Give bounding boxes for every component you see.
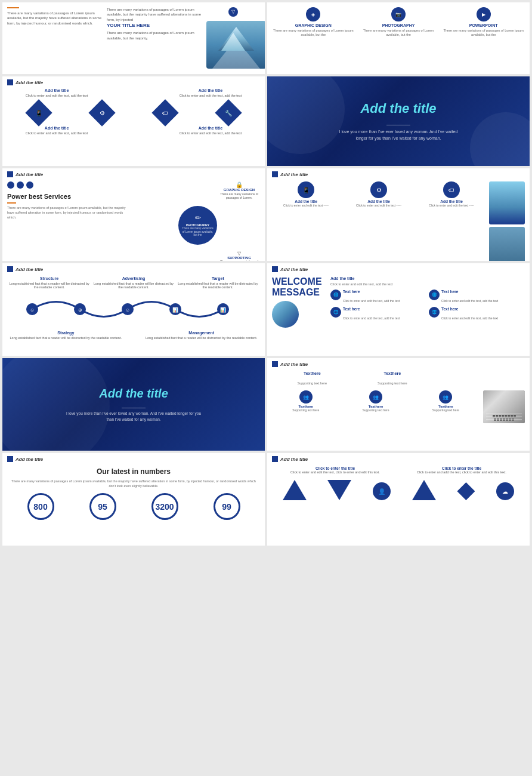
shape-4	[412, 480, 436, 502]
slide7-bot-col-2: Management Long established fact that a …	[146, 331, 257, 340]
number-circle-2: 95	[89, 493, 116, 520]
slide1-text3: There are many variations of passages of…	[107, 30, 202, 41]
slide3-top-item-2: Add the title Click to enter and edit th…	[180, 88, 242, 97]
shape-6: ☁	[496, 482, 514, 502]
slide6-icon-1: 📱 Add the title Click to enter and edit …	[272, 181, 340, 208]
svg-text:📊: 📊	[220, 307, 226, 313]
slide7-col-2: Advertising Long established fact that a…	[91, 276, 175, 289]
building-photo-1	[489, 181, 525, 224]
shape-2	[327, 480, 351, 502]
slide1-text2: There are many variations of passages of…	[107, 7, 202, 22]
slide6-icon-row: 📱 Add the title Click to enter and edit …	[272, 181, 485, 208]
graphic-design-icon: ◈	[306, 7, 320, 21]
slide-4-blue-hero: Add the title I love you more than I've …	[267, 76, 530, 166]
slide1-your-title: YOUR TITLE HERE	[107, 22, 202, 29]
slide-11-numbers: Add the title Our latest in numbers Ther…	[2, 453, 265, 546]
dot-2	[17, 181, 24, 189]
triangle-up-2	[412, 480, 436, 500]
diamond-shape	[457, 482, 475, 500]
circle-icon-shape: 👤	[373, 482, 391, 500]
slide9-hero-title: Add the title	[99, 387, 168, 401]
svg-text:☺: ☺	[125, 307, 130, 313]
slide-3-diamonds: Add the title Add the title Click to ent…	[2, 76, 265, 166]
slide8-grid-item-1: 🌐 Text here Click to enter and edit the …	[330, 290, 426, 304]
slide-1-lorem: There are many variations of passages of…	[2, 2, 265, 74]
svg-text:📊: 📊	[172, 307, 178, 313]
shape-3: 👤	[373, 482, 391, 502]
slide3-top-item-1: Add the title Click to enter and edit th…	[26, 88, 88, 97]
slide10-top-1: Texthere Supporting text here	[297, 371, 327, 387]
slide11-num-2: 95	[89, 493, 116, 520]
slide-2-graphic-design: ◈ GRAPHIC DESIGN There are many variatio…	[267, 2, 530, 74]
slide8-grid-item-4: 🌐 Text here Click to enter and edit the …	[429, 307, 525, 322]
keyboard-photo	[483, 390, 525, 423]
slide11-num-4: 99	[214, 493, 240, 520]
slide10-icon-3: 👥 Texthere Supporting text here	[412, 390, 480, 412]
building-photo-2	[489, 227, 525, 261]
slide2-item1-text: There are many variations of passages of…	[272, 29, 355, 37]
slide8-title: Add the title	[280, 267, 308, 272]
lock-icon: 🔒	[236, 181, 243, 188]
triangle-up-1	[283, 480, 307, 500]
slide3-title: Add the title	[16, 80, 43, 85]
slide1-text1: There are many variations of passages of…	[7, 11, 102, 26]
slide-6-icons-buildings: Add the title 📱 Add the title Click to e…	[267, 168, 530, 261]
slide2-item2-title: PHOTOGRAPHY	[357, 23, 440, 27]
slide7-col-1: Structure Long established fact that a r…	[7, 276, 91, 289]
globe-icon-2: 🌐	[429, 290, 440, 300]
globe-icon-1: 🌐	[330, 290, 341, 300]
slide10-icon-2: 👥 Texthere Supporting text here	[342, 390, 409, 412]
winding-path-svg: ☺ ⊕ ☺ 📊 📊	[7, 291, 260, 327]
slide2-item3-text: There are many variations of passages of…	[442, 29, 525, 37]
triangle-down-1	[327, 480, 351, 500]
slide10-title: Add the title	[280, 362, 308, 367]
slide12-title: Add the title	[280, 457, 308, 462]
slide6-icon-2: ⚙ Add the title Click to enter and edit …	[345, 181, 413, 208]
shape-5	[457, 482, 475, 502]
title-square-icon-8	[272, 266, 278, 272]
slide11-section-text: There are many variations of passages of…	[10, 479, 258, 488]
slide4-hero-title: Add the title	[360, 101, 436, 116]
mountain-image	[206, 21, 265, 69]
title-square-icon-6	[272, 171, 278, 177]
title-square-icon-10	[272, 361, 278, 367]
slide-9-blue-hero-large: Add the title I love you more than I've …	[2, 358, 265, 451]
slide7-col-3: Target Long established fact that a read…	[176, 276, 260, 289]
gear-icon: ⚙	[370, 181, 387, 198]
number-circle-3: 3200	[151, 493, 178, 520]
slide8-right-title: Add the title	[330, 276, 525, 281]
globe-icon-3: 🌐	[330, 307, 341, 318]
dot-1	[7, 181, 14, 189]
people-icon-3: 👥	[439, 390, 452, 404]
slide6-icon-3: 🏷 Add the title Click to enter and edit …	[417, 181, 485, 208]
slide2-item-3: ▶ POWERPOINT There are many variations o…	[442, 7, 525, 37]
slide4-hero-text: I love you more than I've ever loved any…	[339, 129, 458, 141]
globe-icon-4: 🌐	[429, 307, 440, 318]
slide-7-winding-path: Add the title Structure Long established…	[2, 263, 265, 356]
slide5-title: Add the title	[16, 172, 43, 177]
svg-text:☺: ☺	[30, 307, 35, 313]
slide6-title: Add the title	[280, 172, 308, 177]
powerpoint-icon: ▶	[477, 7, 491, 21]
slide3-bot-item-1: Add the title Click to enter and edit th…	[26, 126, 88, 135]
title-square-icon-7	[7, 266, 13, 272]
slide10-top-2: Texthere Supporting text here	[378, 371, 407, 387]
number-circle-4: 99	[214, 493, 240, 520]
slide4-divider	[386, 125, 410, 125]
slide8-grid-item-3: 🌐 Text here Click to enter and add the t…	[330, 307, 426, 322]
slide2-item2-text: There are many variations of passages of…	[357, 29, 440, 37]
slide2-item-1: ◈ GRAPHIC DESIGN There are many variatio…	[272, 7, 355, 37]
diamond-gear-icon: ⚙	[88, 99, 115, 126]
slide5-orange-line	[7, 202, 16, 204]
slide5-graphic-design: 🔒 GRAPHIC DESIGN There are many variatio…	[218, 181, 260, 199]
slide2-item3-title: POWERPOINT	[442, 23, 525, 27]
slide-8-welcome-message: Add the title WELCOME MESSAGE Add the ti…	[267, 263, 530, 356]
title-square-icon-12	[272, 456, 278, 462]
people-icon-2: 👥	[369, 390, 382, 404]
title-square-icon-11	[7, 456, 13, 462]
shape-1	[283, 480, 307, 502]
number-circle-1: 800	[27, 493, 54, 520]
dot-3	[26, 181, 33, 189]
slide3-bot-item-2: Add the title Click to enter and edit th…	[180, 126, 242, 135]
cloud-icon-shape: ☁	[496, 482, 514, 500]
